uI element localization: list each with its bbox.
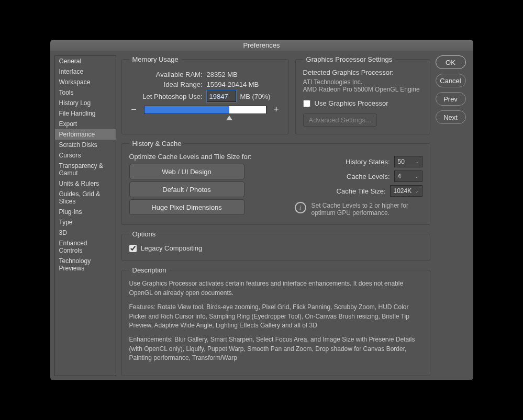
sidebar-item-history-log[interactable]: History Log xyxy=(55,98,116,108)
sidebar-item-tools[interactable]: Tools xyxy=(55,87,116,98)
sidebar-item-scratch-disks[interactable]: Scratch Disks xyxy=(55,140,116,150)
preset-web-ui-design-button[interactable]: Web / UI Design xyxy=(129,164,244,179)
advanced-settings-button[interactable]: Advanced Settings... xyxy=(303,113,377,127)
memory-slider-fill xyxy=(144,106,229,113)
memory-usage-group: Memory Usage Available RAM: 28352 MB Ide… xyxy=(121,55,289,134)
sidebar-item-workspace[interactable]: Workspace xyxy=(55,77,116,87)
history-states-select[interactable]: 50 ⌄ xyxy=(394,156,422,167)
next-button[interactable]: Next xyxy=(436,110,466,124)
use-graphics-processor-checkbox[interactable] xyxy=(303,100,310,107)
preferences-window: Preferences General Interface Workspace … xyxy=(50,40,473,380)
description-p1: Use Graphics Processor activates certain… xyxy=(129,279,422,298)
sidebar-item-enhanced-controls[interactable]: Enhanced Controls xyxy=(55,238,116,256)
ideal-range-value: 15594-20414 MB xyxy=(207,81,259,88)
history-cache-legend: History & Cache xyxy=(129,140,185,147)
cache-levels-value: 4 xyxy=(398,173,402,180)
description-p3: Enhancements: Blur Gallery, Smart Sharpe… xyxy=(129,335,422,362)
description-p2: Features: Rotate View tool, Birds-eye zo… xyxy=(129,303,422,330)
preset-default-photos-button[interactable]: Default / Photos xyxy=(129,181,244,197)
sidebar-item-type[interactable]: Type xyxy=(55,217,116,228)
sidebar-item-3d[interactable]: 3D xyxy=(55,228,116,238)
chevron-down-icon: ⌄ xyxy=(415,174,419,179)
preset-huge-pixel-dimensions-button[interactable]: Huge Pixel Dimensions xyxy=(129,199,244,215)
sidebar-item-units-rulers[interactable]: Units & Rulers xyxy=(55,178,116,189)
history-states-value: 50 xyxy=(398,158,405,165)
description-group: Description Use Graphics Processor activ… xyxy=(121,266,430,376)
memory-use-input[interactable] xyxy=(207,90,236,102)
detected-gp-label: Detected Graphics Processor: xyxy=(303,69,422,76)
optimize-cache-label: Optimize Cache Levels and Tile Size for: xyxy=(129,153,282,161)
dialog-buttons: OK Cancel Prev Next xyxy=(436,55,469,376)
legacy-compositing-label: Legacy Compositing xyxy=(141,244,203,252)
memory-increase-button[interactable]: + xyxy=(272,104,281,115)
sidebar-item-plug-ins[interactable]: Plug-Ins xyxy=(55,207,116,217)
memory-slider-thumb[interactable] xyxy=(226,116,232,120)
gp-device: AMD Radeon Pro 5500M OpenGL Engine xyxy=(303,86,422,93)
cache-levels-label: Cache Levels: xyxy=(347,173,390,180)
history-states-label: History States: xyxy=(346,158,390,166)
ok-button[interactable]: OK xyxy=(436,55,466,69)
info-icon: i xyxy=(295,202,306,213)
sidebar-item-performance[interactable]: Performance xyxy=(55,129,116,140)
sidebar-item-guides-grid-slices[interactable]: Guides, Grid & Slices xyxy=(55,189,116,207)
history-cache-group: History & Cache Optimize Cache Levels an… xyxy=(121,140,430,225)
gp-vendor: ATI Technologies Inc. xyxy=(303,78,422,86)
ideal-range-label: Ideal Range: xyxy=(129,81,203,88)
sidebar-item-general[interactable]: General xyxy=(55,56,116,66)
category-sidebar: General Interface Workspace Tools Histor… xyxy=(54,55,116,376)
chevron-down-icon: ⌄ xyxy=(415,159,419,164)
cache-tile-size-label: Cache Tile Size: xyxy=(337,187,386,195)
description-legend: Description xyxy=(129,266,170,274)
main-panel: Memory Usage Available RAM: 28352 MB Ide… xyxy=(121,55,430,376)
memory-decrease-button[interactable]: − xyxy=(129,104,139,115)
prev-button[interactable]: Prev xyxy=(436,92,466,106)
cache-tile-size-value: 1024K xyxy=(394,187,412,195)
sidebar-item-file-handling[interactable]: File Handling xyxy=(55,108,116,119)
legacy-compositing-checkbox[interactable] xyxy=(129,245,137,252)
chevron-down-icon: ⌄ xyxy=(415,188,419,194)
sidebar-item-transparency-gamut[interactable]: Transparency & Gamut xyxy=(55,161,116,178)
graphics-processor-legend: Graphics Processor Settings xyxy=(303,55,396,63)
let-photoshop-use-label: Let Photoshop Use: xyxy=(129,93,203,100)
memory-use-suffix: MB (70%) xyxy=(240,93,271,100)
available-ram-label: Available RAM: xyxy=(129,71,203,78)
memory-slider[interactable] xyxy=(144,106,266,114)
sidebar-item-export[interactable]: Export xyxy=(55,119,116,129)
use-graphics-processor-label: Use Graphics Processor xyxy=(315,99,388,107)
memory-usage-legend: Memory Usage xyxy=(129,55,182,63)
sidebar-item-technology-previews[interactable]: Technology Previews xyxy=(55,256,116,274)
sidebar-item-cursors[interactable]: Cursors xyxy=(55,150,116,161)
cache-levels-select[interactable]: 4 ⌄ xyxy=(394,171,422,182)
options-group: Options Legacy Compositing xyxy=(121,230,430,261)
options-legend: Options xyxy=(129,230,159,238)
cache-tile-size-select[interactable]: 1024K ⌄ xyxy=(390,185,422,197)
cache-hint-text: Set Cache Levels to 2 or higher for opti… xyxy=(311,202,422,217)
window-title: Preferences xyxy=(50,40,473,51)
sidebar-item-interface[interactable]: Interface xyxy=(55,66,116,77)
available-ram-value: 28352 MB xyxy=(207,71,238,78)
cancel-button[interactable]: Cancel xyxy=(436,74,466,87)
graphics-processor-group: Graphics Processor Settings Detected Gra… xyxy=(295,55,430,134)
